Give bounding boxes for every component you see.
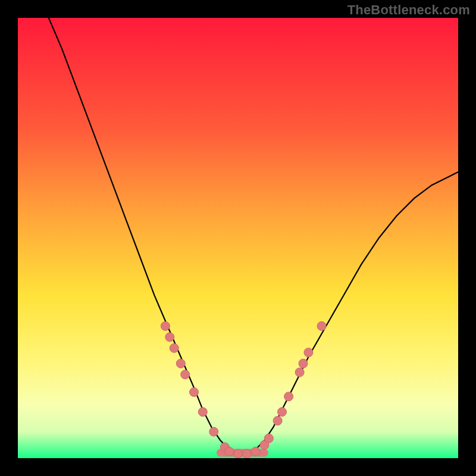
data-marker: [264, 434, 273, 443]
data-marker: [170, 344, 178, 353]
watermark-text: TheBottleneck.com: [347, 2, 470, 18]
data-marker: [190, 388, 199, 397]
plot-area: [18, 18, 458, 458]
data-marker: [165, 333, 174, 342]
data-marker: [181, 370, 190, 379]
data-marker: [176, 359, 185, 368]
chart-svg: [18, 18, 458, 458]
data-marker: [295, 368, 304, 377]
data-marker: [251, 447, 260, 456]
data-marker: [299, 359, 308, 368]
data-marker: [273, 416, 282, 425]
data-marker: [284, 392, 293, 401]
data-marker: [209, 427, 218, 436]
data-marker: [278, 408, 287, 416]
chart-frame: { "watermark": "TheBottleneck.com", "col…: [0, 0, 476, 476]
gradient-background: [18, 18, 458, 458]
data-marker: [242, 449, 251, 458]
data-marker: [225, 447, 234, 456]
data-marker: [317, 322, 326, 331]
data-marker: [234, 449, 243, 458]
data-marker: [198, 408, 207, 416]
data-marker: [304, 348, 313, 357]
data-marker: [161, 322, 170, 331]
